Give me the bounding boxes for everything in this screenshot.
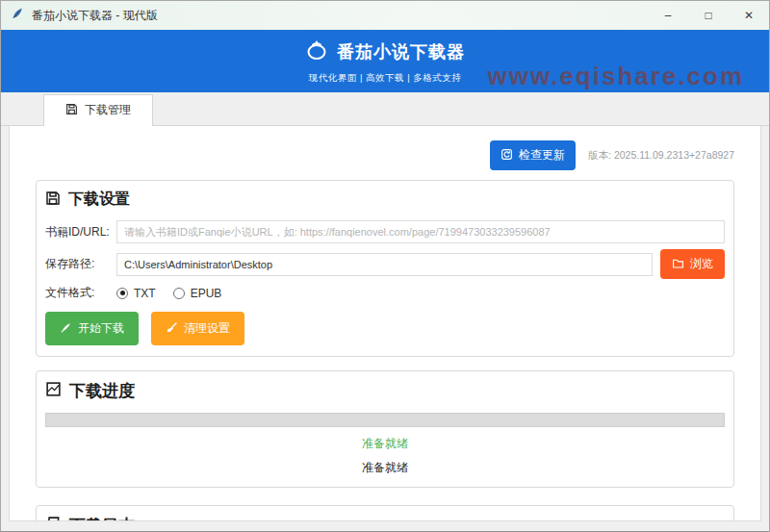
log-title: 下载日志 [69, 515, 135, 521]
format-radio-group: TXT EPUB [116, 287, 239, 300]
main-content: 检查更新 版本: 2025.11.09.2313+27a8927 下载设置 书籍… [9, 126, 761, 521]
save-path-label: 保存路径: [45, 256, 116, 272]
download-progress-group: 下载进度 准备就绪 准备就绪 [36, 370, 734, 488]
feather-icon [11, 7, 24, 24]
brush-icon [166, 321, 178, 337]
settings-title: 下载设置 [68, 190, 130, 210]
progress-bar [45, 413, 725, 427]
radio-option-txt[interactable]: TXT [116, 287, 156, 300]
browse-button[interactable]: 浏览 [660, 249, 725, 279]
radio-option-epub[interactable]: EPUB [173, 287, 222, 300]
book-id-label: 书籍ID/URL: [45, 224, 116, 241]
close-button[interactable]: ✕ [729, 1, 769, 30]
titlebar: 番茄小说下载器 - 现代版 – □ ✕ [1, 1, 769, 30]
save-icon [65, 103, 78, 118]
save-path-row: 保存路径: 浏览 [45, 249, 725, 279]
tab-download-manager[interactable]: 下载管理 [43, 94, 153, 126]
window-controls: – □ ✕ [648, 1, 769, 30]
version-text: 版本: 2025.11.09.2313+27a8927 [588, 149, 734, 163]
chart-icon [45, 381, 62, 402]
clear-settings-button[interactable]: 清理设置 [151, 312, 244, 345]
rocket-icon [60, 321, 72, 337]
minimize-button[interactable]: – [648, 1, 688, 30]
tomato-icon [305, 38, 328, 65]
toolbar-row: 检查更新 版本: 2025.11.09.2313+27a8927 [10, 126, 760, 174]
radio-txt[interactable] [116, 288, 128, 299]
status-text-secondary: 准备就绪 [45, 460, 725, 476]
status-text-primary: 准备就绪 [45, 436, 725, 452]
notepad-icon [45, 516, 62, 522]
radio-epub[interactable] [173, 288, 185, 299]
maximize-button[interactable]: □ [688, 1, 729, 30]
window-title: 番茄小说下载器 - 现代版 [32, 8, 158, 24]
app-window: 番茄小说下载器 - 现代版 – □ ✕ 番茄小说下载器 现代化界面 | 高效下载… [0, 0, 770, 532]
save-icon [45, 190, 61, 210]
folder-icon [672, 257, 684, 272]
watermark-text: www.eqishare.com [487, 62, 744, 91]
start-download-button[interactable]: 开始下载 [45, 312, 139, 345]
check-update-label: 检查更新 [519, 147, 565, 164]
app-title: 番茄小说下载器 [337, 40, 465, 63]
start-download-label: 开始下载 [78, 320, 124, 337]
book-id-row: 书籍ID/URL: [45, 220, 725, 243]
book-id-input[interactable] [116, 220, 725, 243]
check-update-button[interactable]: 检查更新 [490, 140, 576, 170]
clear-settings-label: 清理设置 [184, 320, 230, 337]
tab-bar: 下载管理 [1, 92, 769, 126]
file-format-row: 文件格式: TXT EPUB [45, 285, 725, 301]
progress-title: 下载进度 [69, 380, 135, 402]
action-buttons-row: 开始下载 清理设置 [45, 312, 725, 345]
radio-epub-label: EPUB [191, 287, 222, 300]
tab-label: 下载管理 [85, 102, 131, 118]
app-header: 番茄小说下载器 现代化界面 | 高效下载 | 多格式支持 www.eqishar… [1, 30, 769, 92]
download-log-group: 下载日志 [21:29:28] ☑ 界面组件初始化完成！耗时: 0.12秒 [2… [36, 505, 734, 521]
download-settings-group: 下载设置 书籍ID/URL: 保存路径: 浏览 [36, 180, 734, 357]
app-subtitle: 现代化界面 | 高效下载 | 多格式支持 [309, 72, 462, 85]
save-path-input[interactable] [116, 253, 653, 276]
file-format-label: 文件格式: [45, 285, 116, 301]
browse-label: 浏览 [690, 256, 713, 272]
radio-txt-label: TXT [134, 287, 156, 300]
refresh-box-icon [500, 148, 513, 164]
